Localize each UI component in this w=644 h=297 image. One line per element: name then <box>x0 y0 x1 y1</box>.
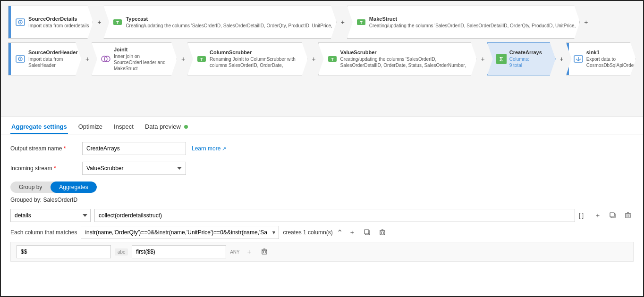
node-sink1[interactable]: sink1 Export data to CosmosDbSqlApiOrder… <box>566 42 636 75</box>
add-pattern-btn[interactable]: + <box>347 227 358 238</box>
svg-rect-20 <box>626 214 630 218</box>
sub-col-badge: abc <box>115 248 128 256</box>
node-title: CreateArrays <box>509 50 551 55</box>
sub-col-input[interactable] <box>17 245 111 258</box>
svg-point-9 <box>20 58 21 60</box>
transform-icon: T <box>327 54 338 64</box>
group-by-button[interactable]: Group by <box>10 182 51 193</box>
output-stream-row: Output stream name * Learn more ↗ <box>10 142 634 155</box>
node-desc: Export data to CosmosDbSqlApiOrders <box>586 56 638 68</box>
copy-pattern-btn[interactable] <box>362 227 373 238</box>
node-makestruct[interactable]: T MakeStruct Creating/updating the colum… <box>347 6 580 39</box>
node-source-order-header[interactable]: SourceOrderHeader Import data from Sales… <box>8 42 81 75</box>
svg-text:T: T <box>360 20 363 25</box>
add-node-btn-7[interactable]: + <box>479 55 487 63</box>
pattern-row: Each column that matches ▼ creates 1 col… <box>10 226 634 239</box>
node-content: Typecast Creating/updating the columns '… <box>126 16 332 29</box>
node-joinit[interactable]: JoinIt Inner join on SourceOrderHeader a… <box>92 42 177 75</box>
source-icon <box>15 54 25 64</box>
groupby-aggregates-row: Group by Aggregates <box>10 182 634 193</box>
node-content: CreateArrays Columns:9 total <box>509 50 551 68</box>
add-node-btn-8[interactable]: + <box>558 55 566 63</box>
node-title: sink1 <box>586 50 638 55</box>
add-node-btn-2[interactable]: + <box>339 18 347 26</box>
node-title: Typecast <box>126 16 332 22</box>
add-node-btn-6[interactable]: + <box>310 55 318 63</box>
output-stream-input[interactable] <box>82 142 186 155</box>
external-link-icon: ↗ <box>222 146 226 152</box>
transform-icon: T <box>196 54 207 64</box>
add-node-btn-3[interactable]: + <box>582 18 590 26</box>
node-desc: Inner join on SourceOrderHeader and Make… <box>114 53 173 72</box>
delete-sub-btn[interactable] <box>259 246 270 257</box>
tab-data-preview[interactable]: Data preview <box>144 120 189 134</box>
svg-text:T: T <box>200 57 203 62</box>
copy-agg-btn[interactable] <box>607 210 619 221</box>
node-desc: Creating/updating the columns 'SalesOrde… <box>126 23 332 29</box>
tab-inspect[interactable]: Inspect <box>113 120 135 134</box>
transform-icon: T <box>112 17 123 27</box>
agg-column-select[interactable]: details <box>10 209 91 222</box>
transform-icon: T <box>356 17 366 27</box>
svg-rect-27 <box>380 231 385 235</box>
join-icon <box>101 54 111 64</box>
grouped-by-label: Grouped by: SalesOrderID <box>10 197 634 203</box>
node-content: SourceOrderDetails Import data from orde… <box>28 16 89 29</box>
node-title: JoinIt <box>114 47 173 52</box>
node-title: MakeStruct <box>369 16 576 22</box>
node-source-order-details[interactable]: SourceOrderDetails Import data from orde… <box>8 6 93 39</box>
settings-panel: Aggregate settings Optimize Inspect Data… <box>1 116 643 271</box>
svg-text:T: T <box>331 57 334 62</box>
pattern-input[interactable] <box>81 226 279 239</box>
svg-rect-26 <box>364 230 369 234</box>
node-desc: Creating/updating the columns 'SalesOrde… <box>340 56 473 68</box>
source-icon <box>15 17 25 27</box>
svg-rect-32 <box>262 250 267 254</box>
settings-tabs: Aggregate settings Optimize Inspect Data… <box>1 116 643 134</box>
aggregates-button[interactable]: Aggregates <box>51 182 96 193</box>
node-content: ColumnScrubber Renaming JoinIt to Column… <box>210 50 304 68</box>
chevron-up-icon[interactable]: ⌃ <box>337 228 343 237</box>
node-title: SourceOrderDetails <box>28 16 89 22</box>
add-agg-btn[interactable]: + <box>592 210 603 221</box>
pattern-input-wrapper: ▼ <box>81 226 279 239</box>
node-title: ColumnScrubber <box>210 50 304 55</box>
incoming-stream-select[interactable]: ValueScrubber <box>82 162 186 175</box>
pipeline-row-2: SourceOrderHeader Import data from Sales… <box>8 42 636 75</box>
agg-bracket: [ ] <box>579 212 588 219</box>
node-create-arrays[interactable]: Σ CreateArrays Columns:9 total <box>487 42 556 75</box>
add-node-btn-5[interactable]: + <box>179 55 187 63</box>
add-sub-btn[interactable]: + <box>244 246 255 257</box>
incoming-stream-row: Incoming stream * ValueScrubber <box>10 162 634 175</box>
aggregate-row-1: details [ ] + <box>10 209 634 222</box>
add-node-btn-1[interactable]: + <box>95 18 103 26</box>
tab-optimize[interactable]: Optimize <box>77 120 103 134</box>
pattern-dropdown-icon[interactable]: ▼ <box>271 230 277 235</box>
svg-text:T: T <box>117 20 119 25</box>
node-content: SourceOrderHeader Import data from Sales… <box>28 50 78 68</box>
tab-aggregate-settings[interactable]: Aggregate settings <box>10 120 68 134</box>
learn-more-link[interactable]: Learn more ↗ <box>192 145 226 152</box>
delete-agg-btn[interactable] <box>622 210 634 221</box>
data-preview-dot <box>184 125 188 129</box>
node-title: ValueScrubber <box>340 50 473 55</box>
sink-icon <box>573 54 584 64</box>
svg-point-2 <box>20 22 21 23</box>
node-content: ValueScrubber Creating/updating the colu… <box>340 50 473 68</box>
pattern-label: Each column that matches <box>10 229 77 236</box>
sub-expression-row: abc ANY + <box>10 242 634 262</box>
sub-expr-input[interactable] <box>132 245 226 258</box>
tab-data-preview-label: Data preview <box>145 123 181 130</box>
incoming-stream-label: Incoming stream * <box>10 165 76 172</box>
node-desc: Columns:9 total <box>509 56 551 68</box>
node-value-scrubber[interactable]: T ValueScrubber Creating/updating the co… <box>318 42 477 75</box>
node-typecast[interactable]: T Typecast Creating/updating the columns… <box>103 6 336 39</box>
sigma-icon: Σ <box>496 54 507 64</box>
settings-content: Output stream name * Learn more ↗ Incomi… <box>1 134 643 271</box>
add-node-btn-4[interactable]: + <box>83 55 92 63</box>
output-stream-label: Output stream name * <box>10 145 76 152</box>
agg-expr-input[interactable] <box>94 209 575 222</box>
delete-pattern-btn[interactable] <box>377 227 388 238</box>
sub-expr-badge: ANY <box>230 249 240 255</box>
node-column-scrubber[interactable]: T ColumnScrubber Renaming JoinIt to Colu… <box>187 42 308 75</box>
